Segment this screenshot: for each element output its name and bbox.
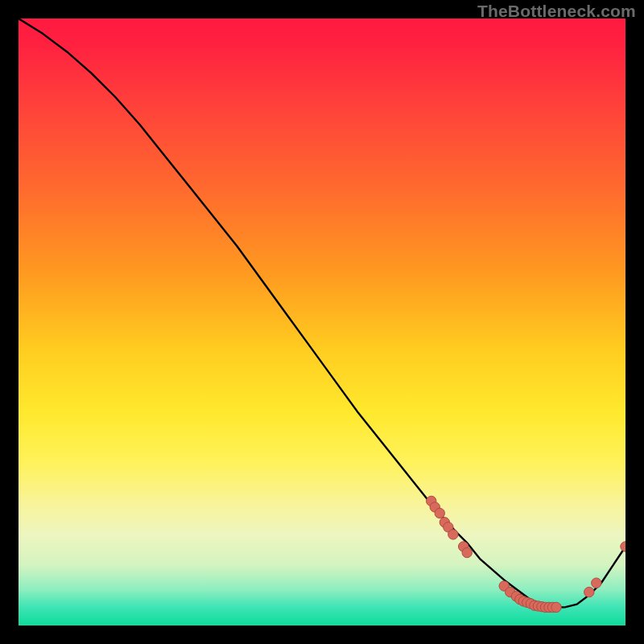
- plot-gradient-area: [19, 19, 625, 625]
- chart-stage: { "watermark": "TheBottleneck.com", "col…: [0, 0, 644, 644]
- watermark-text: TheBottleneck.com: [477, 2, 636, 21]
